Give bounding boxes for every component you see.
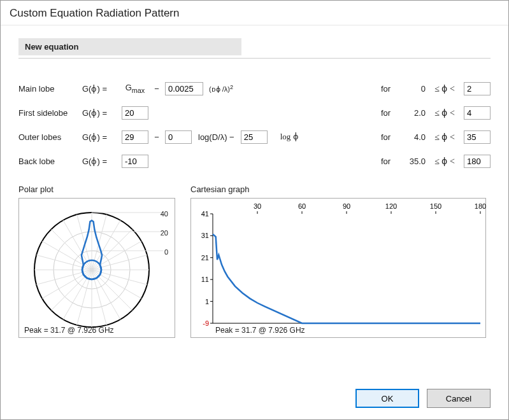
polar-peak-label: Peak = 31.7 @ 7.926 GHz xyxy=(24,326,114,335)
svg-line-21 xyxy=(92,270,141,298)
svg-text:90: 90 xyxy=(343,202,350,210)
polar-plot: 40 20 0 Peak = 31.7 @ 7.926 GHz xyxy=(18,198,175,338)
gphi-label: G(ɸ) = xyxy=(82,157,118,166)
gmax-symbol: Gmax xyxy=(122,83,148,94)
minus-sign: − xyxy=(152,84,161,94)
outer-b-input[interactable] xyxy=(165,130,192,144)
row-first-sidelobe: First sidelobe G(ɸ) = for 2.0 ≤ ɸ < xyxy=(18,101,491,125)
svg-text:31: 31 xyxy=(201,232,209,239)
cartesian-plot: 306090120150180413121111-9 Peak = 31.7 @… xyxy=(190,198,486,338)
row-outer-lobes: Outer lobes G(ɸ) = − log(D/λ) − log ɸ fo… xyxy=(18,125,491,149)
polar-plot-label: Polar plot xyxy=(18,185,175,194)
cartesian-plot-label: Cartesian graph xyxy=(190,185,486,194)
first-range-ineq: ≤ ɸ < xyxy=(431,108,459,118)
svg-text:60: 60 xyxy=(298,202,306,210)
outer-lobes-label: Outer lobes xyxy=(18,132,78,142)
for-label: for xyxy=(381,157,398,166)
svg-line-4 xyxy=(130,251,154,270)
main-range-ineq: ≤ ɸ < xyxy=(431,83,459,94)
svg-text:1: 1 xyxy=(205,298,209,305)
minus-sign: − xyxy=(152,132,161,142)
first-sidelobe-label: First sidelobe xyxy=(18,108,78,118)
cancel-button[interactable]: Cancel xyxy=(427,389,491,408)
svg-line-34 xyxy=(51,229,92,270)
back-value-input[interactable] xyxy=(122,155,148,168)
svg-text:-9: -9 xyxy=(203,319,209,327)
back-lobe-label: Back lobe xyxy=(18,157,78,166)
svg-text:30: 30 xyxy=(254,202,261,210)
window-title: Custom Equation Radiation Pattern xyxy=(1,1,508,25)
svg-text:120: 120 xyxy=(385,202,397,210)
first-value-input[interactable] xyxy=(122,106,148,120)
svg-text:150: 150 xyxy=(430,202,441,210)
back-range-lo: 35.0 xyxy=(403,157,426,166)
gphi-label: G(ɸ) = xyxy=(82,132,118,142)
outer-c-input[interactable] xyxy=(241,130,268,144)
outer-range-lo: 4.0 xyxy=(403,132,426,142)
main-coeff-input[interactable] xyxy=(165,82,203,95)
svg-line-27 xyxy=(63,270,92,319)
outer-a-input[interactable] xyxy=(122,130,148,144)
for-label: for xyxy=(381,84,398,94)
gphi-label: G(ɸ) = xyxy=(82,108,118,118)
divider xyxy=(18,58,491,59)
polar-tick-0: 0 xyxy=(164,248,168,256)
svg-text:21: 21 xyxy=(201,254,209,262)
main-tail-expr: (ᴅɸ /λ)2 xyxy=(207,84,233,94)
first-range-lo: 2.0 xyxy=(403,108,426,118)
logphi-label: log ɸ xyxy=(271,132,301,142)
for-label: for xyxy=(381,108,398,118)
logdl-label: log(D/λ) − xyxy=(196,132,237,142)
main-lobe-label: Main lobe xyxy=(18,84,78,94)
polar-tick-20: 20 xyxy=(161,229,168,237)
svg-line-23 xyxy=(92,270,120,319)
main-range-hi-input[interactable] xyxy=(464,82,491,95)
for-label: for xyxy=(381,132,398,142)
gphi-label: G(ɸ) = xyxy=(82,84,118,94)
back-range-hi-input[interactable] xyxy=(464,155,491,168)
svg-text:180: 180 xyxy=(475,202,486,210)
svg-line-29 xyxy=(42,270,92,298)
ok-button[interactable]: OK xyxy=(355,389,419,408)
polar-tick-40: 40 xyxy=(161,210,168,218)
outer-range-hi-input[interactable] xyxy=(464,130,491,144)
svg-line-35 xyxy=(63,220,92,270)
svg-text:41: 41 xyxy=(201,210,209,218)
svg-text:11: 11 xyxy=(201,276,209,283)
cartesian-peak-label: Peak = 31.7 @ 7.926 GHz xyxy=(215,326,305,335)
back-range-ineq: ≤ ɸ < xyxy=(431,156,459,167)
outer-range-ineq: ≤ ɸ < xyxy=(431,132,459,143)
svg-line-16 xyxy=(92,229,133,270)
row-main-lobe: Main lobe G(ɸ) = Gmax − (ᴅɸ /λ)2 for 0 ≤… xyxy=(18,76,491,101)
first-range-hi-input[interactable] xyxy=(464,106,491,120)
section-header: New equation xyxy=(18,38,241,55)
row-back-lobe: Back lobe G(ɸ) = for 35.0 ≤ ɸ < xyxy=(18,149,491,173)
main-range-lo: 0 xyxy=(403,84,426,94)
svg-line-15 xyxy=(92,220,120,270)
